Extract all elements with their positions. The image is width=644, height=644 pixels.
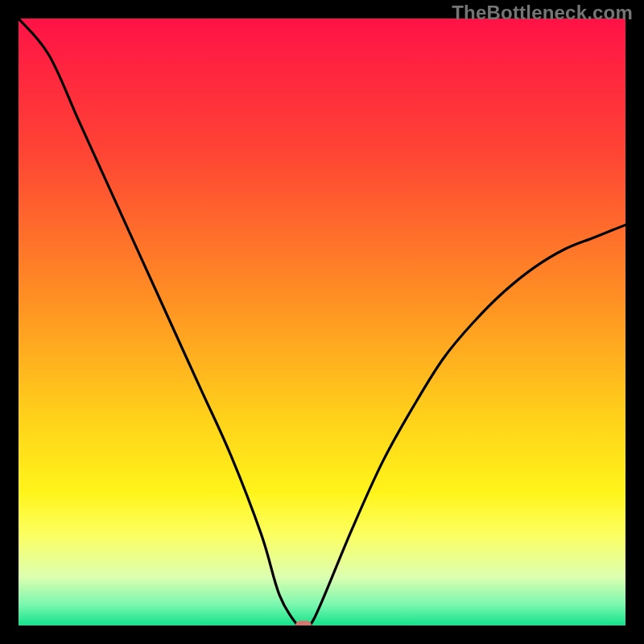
watermark-text: TheBottleneck.com xyxy=(452,2,633,24)
plot-area xyxy=(19,19,625,625)
optimum-marker-icon xyxy=(295,621,312,625)
chart-svg xyxy=(19,19,625,625)
chart-frame: TheBottleneck.com xyxy=(0,0,644,644)
gradient-background xyxy=(19,19,625,625)
